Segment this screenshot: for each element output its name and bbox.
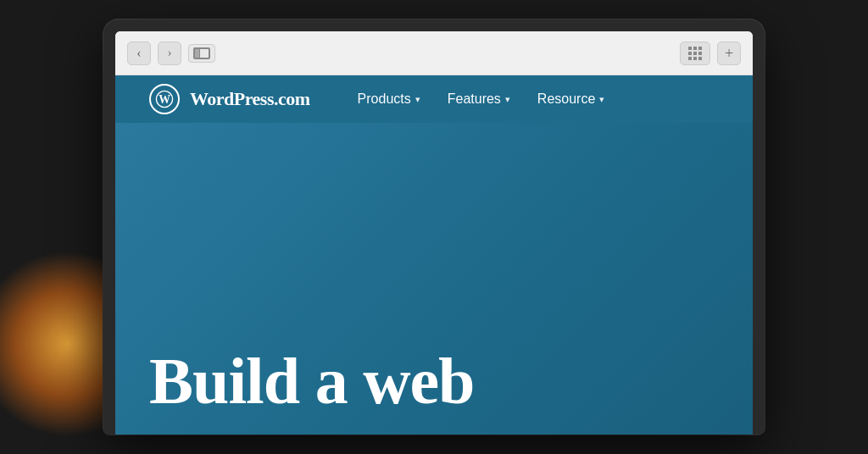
nav-item-resources[interactable]: Resource ▾ <box>524 75 618 123</box>
nav-resources-label: Resource <box>537 91 595 107</box>
nav-bar: W WordPress.com Products ▾ Features ▾ Re… <box>115 75 753 123</box>
website-content: W WordPress.com Products ▾ Features ▾ Re… <box>115 75 753 435</box>
nav-item-features[interactable]: Features ▾ <box>434 75 524 123</box>
wp-logo-icon: W <box>155 90 174 108</box>
grid-dots-icon <box>688 47 702 60</box>
hero-section: Build a web <box>115 123 753 435</box>
browser-chrome: ‹ › <box>115 31 753 75</box>
screen: ‹ › <box>115 31 753 435</box>
forward-button[interactable]: › <box>158 42 181 65</box>
device-frame: ‹ › <box>103 19 765 435</box>
back-button[interactable]: ‹ <box>127 42 151 65</box>
hero-heading: Build a web <box>149 345 474 418</box>
sidebar-icon-left <box>195 49 200 58</box>
new-tab-button[interactable]: + <box>717 42 741 65</box>
sidebar-toggle-button[interactable] <box>188 44 215 63</box>
grid-view-button[interactable] <box>680 42 710 65</box>
nav-features-label: Features <box>448 91 501 107</box>
nav-products-label: Products <box>358 91 411 107</box>
nav-item-products[interactable]: Products ▾ <box>344 75 434 123</box>
products-chevron-icon: ▾ <box>415 94 420 105</box>
wordpress-logo[interactable]: W WordPress.com <box>149 84 310 114</box>
sidebar-icon <box>193 47 210 59</box>
resources-chevron-icon: ▾ <box>599 94 604 105</box>
features-chevron-icon: ▾ <box>505 94 510 105</box>
svg-text:W: W <box>159 93 170 106</box>
site-name: WordPress.com <box>190 88 310 110</box>
wp-logo-circle: W <box>149 84 180 114</box>
